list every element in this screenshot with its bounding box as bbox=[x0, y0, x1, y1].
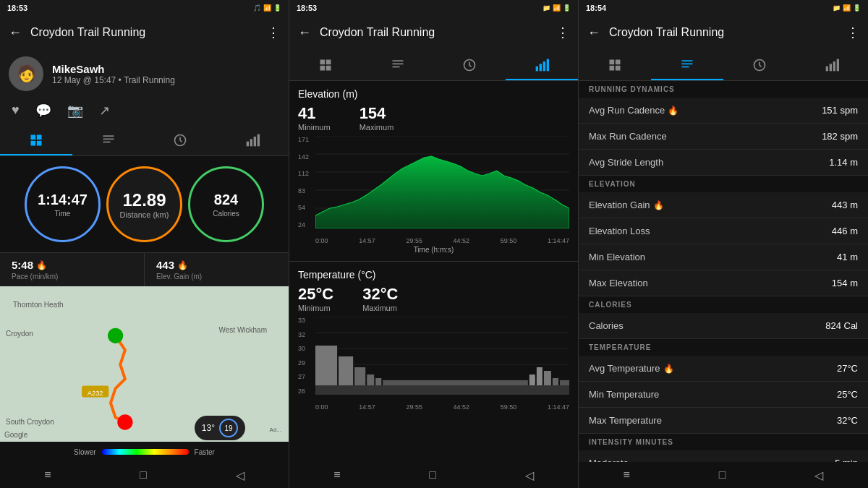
tab-charts-3[interactable] bbox=[796, 49, 868, 80]
tab-laps-2[interactable] bbox=[434, 49, 506, 80]
pace-fire-icon: 🔥 bbox=[36, 260, 47, 270]
svg-rect-0 bbox=[30, 134, 35, 140]
tab-charts-1[interactable] bbox=[216, 124, 289, 155]
like-icon[interactable]: ♥ bbox=[12, 103, 20, 119]
distance-value: 12.89 bbox=[122, 190, 166, 210]
tab-overview-2[interactable] bbox=[289, 49, 362, 80]
elev-loss-val: 446 m bbox=[832, 226, 858, 236]
page-title-1: Croydon Trail Running bbox=[30, 26, 267, 39]
tab-charts-2[interactable] bbox=[506, 49, 578, 80]
back-nav-icon-1[interactable]: ◁ bbox=[236, 468, 244, 482]
calories-value: 824 bbox=[214, 192, 238, 208]
stride-label: Avg Stride Length bbox=[589, 157, 663, 168]
tab-details-1[interactable] bbox=[72, 124, 145, 155]
section-intensity: INTENSITY MINUTES bbox=[579, 434, 868, 450]
avatar: 🧑 bbox=[9, 56, 43, 91]
elevation-value: 443 🔥 bbox=[156, 259, 277, 271]
tab-details-3[interactable] bbox=[651, 49, 723, 80]
elevation-title: Elevation (m) bbox=[298, 88, 569, 100]
menu-icon-3[interactable]: ≡ bbox=[623, 468, 629, 481]
y-label-24: 24 bbox=[298, 221, 314, 228]
home-icon-1[interactable]: □ bbox=[140, 468, 147, 481]
tab-bar-3 bbox=[579, 49, 868, 81]
more-button-1[interactable]: ⋮ bbox=[267, 25, 280, 40]
page-title-2: Croydon Trail Running bbox=[320, 26, 556, 39]
temp-svg bbox=[315, 317, 569, 395]
status-time-3: 18:54 bbox=[586, 4, 606, 12]
map-section[interactable]: Thornton Heath Croydon West Wickham Sout… bbox=[0, 286, 289, 462]
back-button-3[interactable]: ← bbox=[587, 25, 600, 40]
back-button-2[interactable]: ← bbox=[298, 25, 311, 40]
bottom-nav-2: ≡ □ ◁ bbox=[289, 462, 578, 488]
home-icon-3[interactable]: □ bbox=[719, 468, 726, 481]
svg-rect-8 bbox=[247, 141, 249, 146]
ty-30: 30 bbox=[298, 345, 314, 352]
back-nav-icon-3[interactable]: ◁ bbox=[814, 468, 823, 482]
bottom-nav-1: ≡ □ ◁ bbox=[0, 462, 289, 488]
tab-bar-1 bbox=[0, 124, 289, 156]
tab-overview-1[interactable] bbox=[0, 124, 72, 155]
ty-33: 33 bbox=[298, 317, 314, 324]
tx-1457: 14:57 bbox=[359, 403, 375, 411]
status-bar-3: 18:54 📁📶🔋 bbox=[579, 0, 868, 16]
more-button-2[interactable]: ⋮ bbox=[556, 25, 569, 40]
stat-min-elev: Min Elevation 41 m bbox=[579, 244, 868, 270]
svg-rect-1 bbox=[37, 134, 42, 140]
stride-val: 1.14 m bbox=[829, 157, 858, 168]
svg-rect-2 bbox=[30, 140, 35, 145]
tab-laps-3[interactable] bbox=[723, 49, 796, 80]
top-bar-1: ← Croydon Trail Running ⋮ bbox=[0, 16, 289, 49]
tx-11447: 1:14:47 bbox=[548, 403, 569, 411]
temp-y-labels: 33 32 30 29 27 26 bbox=[298, 317, 314, 395]
svg-rect-10 bbox=[254, 137, 256, 146]
time-circle: 1:14:47 Time bbox=[25, 166, 101, 242]
tab-overview-3[interactable] bbox=[579, 49, 651, 80]
x-label-5950: 59:50 bbox=[501, 237, 517, 244]
camera-icon[interactable]: 📷 bbox=[67, 103, 83, 119]
home-icon-2[interactable]: □ bbox=[429, 468, 436, 481]
action-icons: ♥ 💬 📷 ↗ bbox=[0, 98, 289, 124]
elevation-max-val: 154 bbox=[359, 104, 394, 123]
stat-max-cadence: Max Run Cadence 182 spm bbox=[579, 124, 868, 150]
temp-chart-title: Temperature (°C) bbox=[298, 269, 569, 281]
user-section: 🧑 MikeSawh 12 May @ 15:47 • Trail Runnin… bbox=[0, 49, 289, 98]
svg-rect-26 bbox=[543, 61, 545, 71]
elevation-y-labels: 171 142 112 83 54 24 bbox=[298, 136, 314, 228]
tab-details-2[interactable] bbox=[362, 49, 434, 80]
temp-max-val: 32°C bbox=[362, 285, 398, 304]
svg-rect-61 bbox=[837, 59, 839, 71]
stat-avg-cadence: Avg Run Cadence 🔥 151 spm bbox=[579, 98, 868, 124]
svg-rect-21 bbox=[392, 63, 403, 64]
stat-min-temp: Min Temperature 25°C bbox=[579, 382, 868, 408]
menu-icon-1[interactable]: ≡ bbox=[44, 468, 51, 481]
y-label-54: 54 bbox=[298, 204, 314, 211]
menu-icon-2[interactable]: ≡ bbox=[333, 468, 340, 481]
time-value: 1:14:47 bbox=[38, 192, 88, 208]
temp-min-val: 25°C bbox=[298, 285, 333, 304]
temp-stats: 25°C Minimum 32°C Maximum bbox=[298, 285, 569, 312]
back-nav-icon-2[interactable]: ◁ bbox=[525, 468, 534, 482]
elev-gain-val: 443 m bbox=[832, 200, 858, 210]
calories-circle: 824 Calories bbox=[188, 166, 264, 242]
svg-rect-59 bbox=[830, 64, 832, 71]
back-button-1[interactable]: ← bbox=[9, 25, 22, 40]
elevation-stat: 443 🔥 Elev. Gain (m) bbox=[145, 253, 289, 286]
ty-27: 27 bbox=[298, 373, 314, 380]
max-temp-val: 32°C bbox=[837, 415, 858, 426]
share-icon[interactable]: ↗ bbox=[99, 103, 110, 119]
speed-gradient bbox=[102, 449, 189, 455]
comment-icon[interactable]: 💬 bbox=[35, 103, 51, 119]
ty-32: 32 bbox=[298, 331, 314, 338]
more-button-3[interactable]: ⋮ bbox=[846, 25, 859, 40]
tab-laps-1[interactable] bbox=[145, 124, 217, 155]
temp-max-label: Maximum bbox=[362, 304, 398, 312]
svg-rect-49 bbox=[315, 385, 569, 395]
pace-label: Pace (min/km) bbox=[12, 273, 132, 281]
elevation-section: Elevation (m) 41 Minimum 154 Maximum 171… bbox=[289, 81, 578, 261]
elevation-label: Elev. Gain (m) bbox=[156, 273, 277, 281]
panel-charts: 18:53 📁📶🔋 ← Croydon Trail Running ⋮ Elev… bbox=[289, 0, 579, 488]
status-time-2: 18:53 bbox=[297, 4, 317, 12]
svg-rect-22 bbox=[392, 66, 399, 67]
svg-rect-4 bbox=[103, 135, 114, 137]
pace-stat: 5:48 🔥 Pace (min/km) bbox=[0, 253, 145, 286]
